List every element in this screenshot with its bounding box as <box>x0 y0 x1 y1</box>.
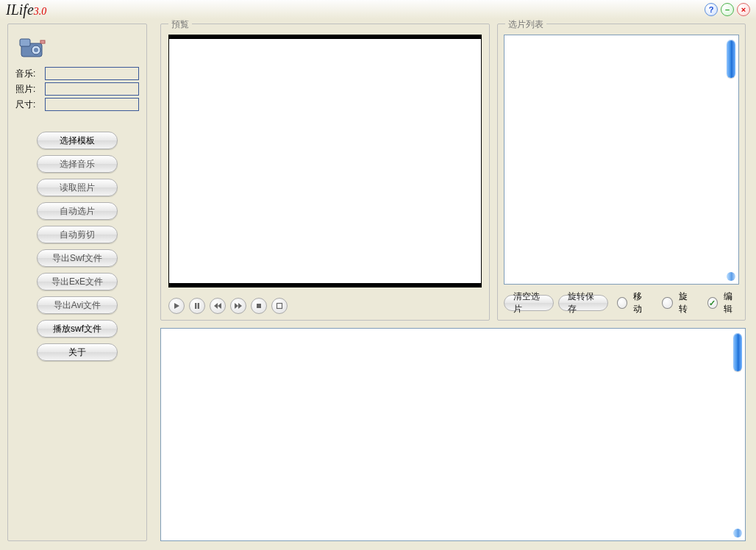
scrollbar-thumb[interactable] <box>727 40 735 78</box>
size-label: 尺寸: <box>15 99 45 111</box>
bottom-scrollbar[interactable] <box>732 330 743 539</box>
choose-music-button[interactable]: 选择音乐 <box>37 155 118 173</box>
svg-marker-9 <box>218 303 221 309</box>
export-exe-button[interactable]: 导出ExE文件 <box>37 273 118 290</box>
selection-listbox[interactable] <box>504 35 739 285</box>
svg-marker-8 <box>214 303 218 309</box>
export-swf-button[interactable]: 导出Swf文件 <box>37 249 118 267</box>
music-field <box>45 67 139 80</box>
close-button[interactable]: × <box>737 3 750 16</box>
radio-edit[interactable] <box>707 297 718 309</box>
help-button[interactable]: ? <box>705 3 718 16</box>
app-logo: ILife3.0 <box>6 1 46 18</box>
radio-move[interactable] <box>617 297 627 309</box>
svg-rect-12 <box>257 304 261 308</box>
radio-edit-label: 编辑 <box>724 290 739 315</box>
svg-rect-6 <box>195 303 196 309</box>
preview-legend: 預覧 <box>168 18 192 31</box>
music-label: 音乐: <box>15 68 45 80</box>
next-button[interactable] <box>230 298 246 314</box>
stop-button[interactable] <box>251 298 267 314</box>
photo-label: 照片: <box>15 83 45 96</box>
selection-list-panel: 选片列表 清空选片 旋转保存 移动 旋转 编辑 <box>497 24 746 321</box>
prev-button[interactable] <box>210 298 226 314</box>
bottom-listbox[interactable] <box>160 328 746 541</box>
scrollbar-down-icon[interactable] <box>733 529 742 538</box>
radio-rotate[interactable] <box>662 297 672 309</box>
auto-crop-button[interactable]: 自动剪切 <box>37 226 118 243</box>
app-name: ILife <box>6 1 34 18</box>
radio-rotate-label: 旋转 <box>679 290 694 315</box>
app-version: 3.0 <box>34 6 47 17</box>
fullscreen-button[interactable] <box>271 298 288 314</box>
workspace: 音乐: 照片: 尺寸: 选择模板选择音乐读取照片自动选片自动剪切导出Swf文件导… <box>0 19 756 550</box>
pause-button[interactable] <box>189 298 205 314</box>
scrollbar-thumb[interactable] <box>733 333 742 371</box>
svg-rect-7 <box>198 303 199 309</box>
size-field <box>45 98 139 111</box>
auto-select-button[interactable]: 自动选片 <box>37 202 118 220</box>
svg-rect-4 <box>40 40 45 43</box>
play-button[interactable] <box>168 298 185 314</box>
selection-legend: 选片列表 <box>505 18 546 31</box>
preview-screen <box>168 35 482 288</box>
svg-rect-13 <box>277 304 282 309</box>
svg-point-3 <box>34 48 38 52</box>
photo-field <box>45 82 139 96</box>
svg-marker-5 <box>174 303 179 309</box>
svg-marker-11 <box>238 303 242 309</box>
rotate-save-button[interactable]: 旋转保存 <box>558 295 608 311</box>
about-button[interactable]: 关于 <box>37 343 118 361</box>
read-photos-button[interactable]: 读取照片 <box>37 179 118 196</box>
scrollbar-down-icon[interactable] <box>727 272 735 281</box>
export-avi-button[interactable]: 导出Avi文件 <box>37 296 118 314</box>
sidebar-panel: 音乐: 照片: 尺寸: 选择模板选择音乐读取照片自动选片自动剪切导出Swf文件导… <box>7 24 147 541</box>
clear-selection-button[interactable]: 清空选片 <box>504 295 554 311</box>
choose-template-button[interactable]: 选择模板 <box>37 132 118 149</box>
minimize-button[interactable]: – <box>721 3 734 16</box>
preview-panel: 預覧 <box>160 24 490 321</box>
transport-bar <box>168 298 288 314</box>
svg-rect-1 <box>20 39 30 46</box>
selection-scrollbar[interactable] <box>725 37 737 282</box>
title-bar: ILife3.0 ? – × <box>0 0 756 19</box>
radio-move-label: 移动 <box>633 290 649 315</box>
camera-icon <box>18 36 48 60</box>
play-swf-button[interactable]: 播放swf文件 <box>37 320 118 338</box>
svg-marker-10 <box>235 303 238 309</box>
